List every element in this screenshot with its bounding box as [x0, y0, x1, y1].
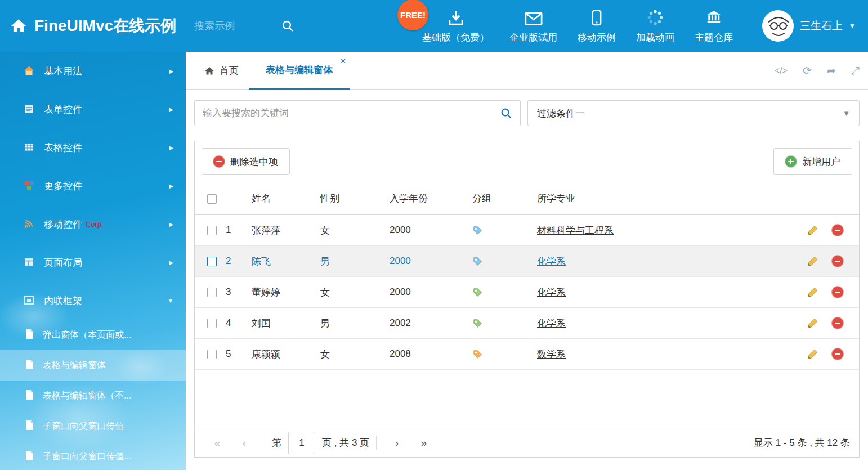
- sidebar-subitem-child-to-parent-2[interactable]: 子窗口向父窗口传值...: [0, 441, 186, 470]
- sidebar-item-basic-usage[interactable]: 基本用法 ▶: [0, 52, 186, 90]
- sidebar-item-grid-controls[interactable]: 表格控件 ▶: [0, 128, 186, 167]
- nav-item-enterprise-trial[interactable]: 企业版试用: [499, 8, 567, 44]
- download-icon: [448, 8, 464, 26]
- sidebar-subitem-label: 弹出窗体（本页面或...: [43, 329, 131, 341]
- delete-icon[interactable]: [832, 287, 843, 298]
- tab-grid-edit-window[interactable]: 表格与编辑窗体 ✕: [249, 52, 350, 90]
- sidebar-item-label: 更多控件: [44, 180, 82, 193]
- file-icon: [25, 450, 34, 463]
- major-link[interactable]: 化学系: [537, 318, 566, 329]
- sidebar: 基本用法 ▶ 表单控件 ▶ 表格控件 ▶ 更多控件 ▶ 移动控件 Corp. ▶…: [0, 52, 186, 470]
- brand: FineUIMvc在线示例: [0, 15, 176, 37]
- share-icon[interactable]: ➦: [827, 64, 836, 77]
- search-icon[interactable]: [500, 107, 512, 119]
- delete-icon[interactable]: [832, 225, 843, 236]
- source-code-icon[interactable]: </>: [775, 66, 788, 76]
- sidebar-item-form-controls[interactable]: 表单控件 ▶: [0, 90, 186, 128]
- table-row: 3 董婷婷 女 2000 化学系: [195, 277, 859, 308]
- sidebar-subitem-grid-edit-window-2[interactable]: 表格与编辑窗体（不...: [0, 381, 186, 411]
- close-icon[interactable]: ✕: [340, 57, 346, 65]
- search-icon[interactable]: [281, 19, 294, 33]
- edit-icon[interactable]: [807, 225, 818, 236]
- cell-gender: 男: [320, 246, 390, 277]
- first-page-button[interactable]: «: [204, 437, 231, 449]
- column-header-name: 姓名: [252, 182, 320, 215]
- page-number-input[interactable]: [288, 432, 315, 454]
- user-menu[interactable]: 三生石上 ▼: [762, 10, 868, 42]
- keyword-search-input[interactable]: [203, 108, 500, 119]
- refresh-icon[interactable]: ⟳: [803, 64, 812, 77]
- row-checkbox[interactable]: [207, 226, 217, 235]
- last-page-button[interactable]: »: [410, 437, 437, 449]
- major-link[interactable]: 化学系: [537, 287, 566, 298]
- edit-icon[interactable]: [807, 317, 818, 329]
- expand-icon[interactable]: ⤢: [851, 65, 860, 77]
- minus-circle-icon: [213, 156, 225, 167]
- tag-icon: [472, 349, 483, 360]
- major-link[interactable]: 数学系: [537, 349, 566, 360]
- chevron-right-icon: ▶: [169, 259, 173, 266]
- chevron-right-icon: ▶: [169, 183, 173, 189]
- sidebar-item-iframe[interactable]: 内联框架 ▼: [0, 281, 186, 320]
- home-icon: [204, 66, 214, 76]
- sidebar-item-label: 表格控件: [44, 141, 82, 154]
- delete-selected-button[interactable]: 删除选中项: [202, 148, 290, 175]
- tab-home[interactable]: 首页: [194, 52, 249, 90]
- divider: [265, 436, 265, 450]
- delete-icon[interactable]: [832, 256, 843, 267]
- table-row-selected: 2 陈飞 男 2000 化学系: [195, 246, 859, 277]
- edit-icon[interactable]: [807, 287, 818, 298]
- filter-dropdown[interactable]: 过滤条件一 ▼: [527, 100, 860, 126]
- major-link[interactable]: 化学系: [537, 256, 566, 267]
- cell-name: 董婷婷: [252, 277, 320, 308]
- table-row: 5 康颖颖 女 2008 数学系: [195, 339, 859, 370]
- cubes-icon: [24, 180, 35, 191]
- app-title: FineUIMvc在线示例: [34, 15, 176, 37]
- nav-item-mobile-demo[interactable]: 移动示例: [567, 8, 626, 44]
- sidebar-item-page-layout[interactable]: 页面布局 ▶: [0, 243, 186, 281]
- next-page-button[interactable]: ›: [383, 437, 410, 449]
- edit-icon[interactable]: [807, 348, 818, 360]
- delete-icon[interactable]: [832, 317, 843, 329]
- chevron-down-icon: ▼: [168, 298, 173, 304]
- row-checkbox[interactable]: [207, 350, 217, 359]
- sidebar-item-mobile-controls[interactable]: 移动控件 Corp. ▶: [0, 205, 186, 243]
- row-number: 5: [226, 339, 252, 370]
- sidebar-item-more-controls[interactable]: 更多控件 ▶: [0, 167, 186, 205]
- add-user-button[interactable]: 新增用户: [773, 148, 852, 175]
- file-icon: [25, 390, 34, 402]
- column-header-major: 所学专业: [537, 182, 797, 215]
- delete-selected-label: 删除选中项: [230, 155, 278, 168]
- major-link[interactable]: 材料科学与工程系: [537, 225, 614, 236]
- select-all-checkbox[interactable]: [207, 194, 217, 204]
- sidebar-subitem-popup-window[interactable]: 弹出窗体（本页面或...: [0, 320, 186, 350]
- nav-label: 移动示例: [578, 31, 616, 44]
- sidebar-subitem-grid-edit-window[interactable]: 表格与编辑窗体: [0, 350, 186, 381]
- prev-page-button[interactable]: ‹: [231, 437, 258, 449]
- filter-dropdown-value: 过滤条件一: [537, 107, 585, 120]
- top-header: FineUIMvc在线示例 FREE! 基础版（免费） 企业版试用 移动示例: [0, 0, 868, 52]
- row-checkbox[interactable]: [207, 288, 217, 297]
- sidebar-subitem-label: 表格与编辑窗体: [43, 360, 106, 371]
- sidebar-subitem-label: 子窗口向父窗口传值: [43, 420, 124, 432]
- home-logo-icon: [10, 17, 27, 34]
- edit-icon[interactable]: [807, 256, 818, 267]
- sidebar-item-label: 页面布局: [44, 256, 82, 269]
- row-checkbox[interactable]: [207, 319, 217, 328]
- user-avatar: [762, 10, 794, 42]
- table-row: 4 刘国 男 2002 化学系: [195, 308, 859, 339]
- row-checkbox[interactable]: [207, 257, 217, 266]
- sidebar-subitem-label: 子窗口向父窗口传值...: [43, 451, 131, 463]
- header-search-input[interactable]: [194, 20, 266, 32]
- nav-item-basic-free[interactable]: FREE! 基础版（免费）: [412, 8, 499, 44]
- sidebar-subitem-child-to-parent[interactable]: 子窗口向父窗口传值: [0, 411, 186, 441]
- nav-label: 企业版试用: [509, 31, 557, 44]
- cell-name: 刘国: [252, 308, 320, 339]
- header-search: [194, 19, 294, 33]
- nav-item-theme-repo[interactable]: 主题仓库: [684, 8, 743, 44]
- nav-item-loading-animation[interactable]: 加载动画: [626, 8, 684, 44]
- free-badge: FREE!: [397, 0, 428, 30]
- spinner-icon: [647, 8, 664, 26]
- cell-gender: 女: [320, 277, 390, 308]
- delete-icon[interactable]: [832, 348, 843, 360]
